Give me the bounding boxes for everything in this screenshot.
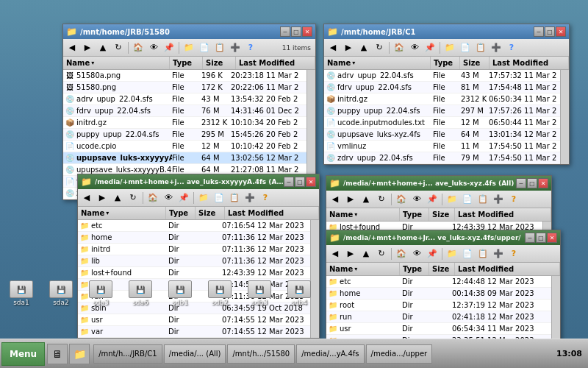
file-row[interactable]: 🖼51580a.pngFile196 K20:23:18 11 Mar 2 <box>63 70 306 82</box>
file-row[interactable]: 📁usrDir07:14:55 12 Mar 2023 <box>78 314 310 326</box>
new-folder-btn-upper[interactable]: 📁 <box>445 247 459 261</box>
titlebar-all[interactable]: 📁 /media/+mnt+home+j... ave_luks-xxyyyyA… <box>78 174 319 189</box>
scrollbar-c1[interactable] <box>560 70 569 164</box>
task-upper[interactable]: /media.../upper <box>366 344 433 364</box>
new-file-btn-upper[interactable]: 📄 <box>460 247 475 261</box>
col-size-all[interactable]: Size <box>196 207 225 219</box>
col-type-upper[interactable]: Type <box>400 263 429 275</box>
task-all[interactable]: /media/... (All) <box>164 344 226 364</box>
drive-sda2[interactable]: 💾 sda2 <box>43 280 79 306</box>
file-row[interactable]: 📦initrd.gzFile2312 K06:50:34 11 Mar 2 <box>324 93 560 105</box>
up-btn[interactable]: ▲ <box>96 41 110 54</box>
col-size[interactable]: Size <box>203 57 236 69</box>
bookmark-btn-upper[interactable]: 📌 <box>425 247 440 261</box>
refresh-btn[interactable]: ↻ <box>111 41 126 54</box>
new-file-btn-xyz[interactable]: 📄 <box>460 193 475 206</box>
col-name-all[interactable]: Name ▾ <box>78 207 166 219</box>
view-btn-all[interactable]: 👁 <box>161 191 176 205</box>
view-btn[interactable]: 👁 <box>146 41 161 54</box>
titlebar-51580[interactable]: 📁 /mnt/home/JRB/51580 ─ □ ✕ <box>63 24 315 39</box>
bookmark-btn-all[interactable]: 📌 <box>176 191 191 205</box>
col-type-xyz[interactable]: Type <box>400 208 429 221</box>
back-btn-all[interactable]: ◀ <box>79 191 94 205</box>
help-btn-upper[interactable]: ? <box>506 247 521 261</box>
help-btn-all[interactable]: ? <box>258 191 273 205</box>
back-btn-c1[interactable]: ◀ <box>326 41 340 54</box>
new-file-btn-all[interactable]: 📄 <box>212 191 226 205</box>
file-row[interactable]: 💿fdrv_upup_22.04.sfsFile76 M14:31:46 01 … <box>63 105 306 117</box>
file-row[interactable]: 📁initrdDir07:11:36 12 Mar 2023 <box>78 244 310 255</box>
file-row[interactable]: 💿fdrv_upup_22.04.sfsFile81 M17:54:48 11 … <box>324 82 560 93</box>
titlebar-upper[interactable]: 📁 /media/+mnt+home+Jr... ve_luks-xyz.4fs… <box>326 230 560 245</box>
new-file-btn-c1[interactable]: 📄 <box>458 41 473 54</box>
refresh-btn-xyz[interactable]: ↻ <box>374 193 389 206</box>
home-btn[interactable]: 🏠 <box>131 41 146 54</box>
file-row[interactable]: 💿puppy_upup_22.04.sfsFile297 M17:57:26 1… <box>324 105 560 117</box>
forward-btn-upper[interactable]: ▶ <box>343 247 358 261</box>
copy-btn-upper[interactable]: 📋 <box>476 247 490 261</box>
col-size-c1[interactable]: Size <box>460 57 490 69</box>
refresh-btn-c1[interactable]: ↻ <box>372 41 387 54</box>
refresh-btn-all[interactable]: ↻ <box>126 191 140 205</box>
drive-sdb2[interactable]: 💾 sdb2 <box>201 280 238 306</box>
close-btn-51580[interactable]: ✕ <box>302 26 312 37</box>
maximize-btn-51580[interactable]: □ <box>291 26 301 37</box>
file-row[interactable]: 📁usrDir06:54:34 11 Mar 2023 <box>326 323 551 335</box>
forward-btn[interactable]: ▶ <box>80 41 95 54</box>
up-btn-upper[interactable]: ▲ <box>359 247 373 261</box>
file-row[interactable]: 💿upupsave_luks-xxyyyyA.4fsFile64 M13:02:… <box>63 152 306 164</box>
col-name-upper[interactable]: Name ▾ <box>326 263 400 275</box>
new-folder-btn-all[interactable]: 📁 <box>196 191 211 205</box>
taskbar-icon-2[interactable]: 📁 <box>69 344 90 364</box>
task-c1[interactable]: /mnt/h.../JRB/C1 <box>93 344 162 364</box>
drive-sda1[interactable]: 💾 sda1 <box>3 280 40 306</box>
view-btn-xyz[interactable]: 👁 <box>409 193 424 206</box>
col-type-c1[interactable]: Type <box>431 57 460 69</box>
file-row[interactable]: 💿adrv_upup_22.04.sfsFile43 M13:54:32 20 … <box>63 93 306 105</box>
help-btn-xyz[interactable]: ? <box>506 193 521 206</box>
new-folder-btn[interactable]: 📁 <box>182 41 196 54</box>
copy-btn-c1[interactable]: 📋 <box>473 41 488 54</box>
forward-btn-xyz[interactable]: ▶ <box>343 193 358 206</box>
minimize-btn-xyz[interactable]: ─ <box>516 178 526 188</box>
file-row[interactable]: 📁homeDir07:11:36 12 Mar 2023 <box>78 232 310 244</box>
close-btn-upper[interactable]: ✕ <box>547 233 557 243</box>
file-row[interactable]: 💿upupsave_luks-xyz.4fsFile64 M13:01:34 1… <box>324 129 560 141</box>
bookmark-btn[interactable]: 📌 <box>162 41 176 54</box>
col-date-upper[interactable]: Last Modified <box>455 263 560 275</box>
file-row[interactable]: 📁runDir02:41:18 12 Mar 2023 <box>326 311 551 323</box>
col-name-xyz[interactable]: Name ▾ <box>326 208 400 221</box>
close-btn-all[interactable]: ✕ <box>306 177 316 187</box>
view-btn-upper[interactable]: 👁 <box>409 247 424 261</box>
drive-sdb1[interactable]: 💾 sdb1 <box>162 280 198 306</box>
forward-btn-all[interactable]: ▶ <box>95 191 110 205</box>
plus-btn[interactable]: ➕ <box>228 41 243 54</box>
col-name[interactable]: Name ▾ <box>63 57 170 69</box>
file-row[interactable]: 📁varDir07:14:55 12 Mar 2023 <box>78 326 310 338</box>
plus-btn-xyz[interactable]: ➕ <box>491 193 506 206</box>
drive-sdb4[interactable]: 💾 sdb4 <box>281 280 318 306</box>
copy-btn-all[interactable]: 📋 <box>227 191 242 205</box>
menu-button[interactable]: Menu <box>1 342 45 366</box>
back-btn[interactable]: ◀ <box>65 41 79 54</box>
home-btn-c1[interactable]: 🏠 <box>392 41 406 54</box>
task-ya4fs[interactable]: /media/...yA.4fs <box>296 344 364 364</box>
help-btn-c1[interactable]: ? <box>504 41 519 54</box>
view-btn-c1[interactable]: 👁 <box>407 41 422 54</box>
file-row[interactable]: 📦initrd.gzFile2312 K10:10:34 20 Feb 2 <box>63 117 306 129</box>
close-btn-c1[interactable]: ✕ <box>556 26 566 37</box>
close-btn-xyz[interactable]: ✕ <box>538 178 548 188</box>
bookmark-btn-c1[interactable]: 📌 <box>423 41 437 54</box>
forward-btn-c1[interactable]: ▶ <box>341 41 356 54</box>
drive-sda6[interactable]: 💾 sda6 <box>122 280 159 306</box>
file-row[interactable]: 📄ucode.inputmodules.txtFile12 M06:50:44 … <box>324 117 560 129</box>
taskbar-icon-1[interactable]: 🖥 <box>47 344 68 364</box>
minimize-btn-c1[interactable]: ─ <box>534 26 544 37</box>
minimize-btn-all[interactable]: ─ <box>284 177 294 187</box>
home-btn-upper[interactable]: 🏠 <box>394 247 409 261</box>
col-type-all[interactable]: Type <box>166 207 196 219</box>
help-btn[interactable]: ? <box>243 41 258 54</box>
minimize-btn-upper[interactable]: ─ <box>525 233 535 243</box>
col-type[interactable]: Type <box>170 57 203 69</box>
new-folder-btn-xyz[interactable]: 📁 <box>445 193 459 206</box>
